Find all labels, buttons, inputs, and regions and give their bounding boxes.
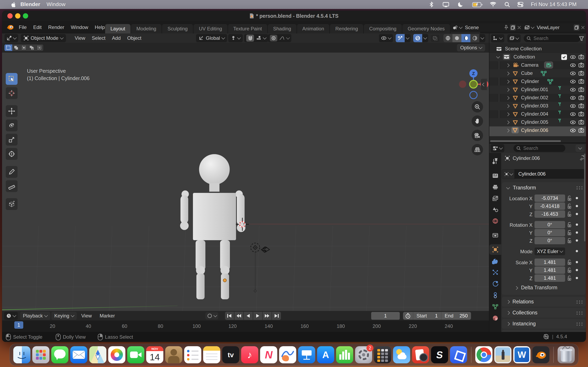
3d-viewport[interactable]: User Perspective (1) Collection | Cylind… — [2, 53, 489, 311]
select-mode-tweak[interactable] — [4, 44, 12, 51]
menubar-clock[interactable]: Fri Nov 14 5:43 PM — [531, 1, 577, 8]
disable-render-camera-icon[interactable] — [579, 54, 584, 59]
apple-menu-icon[interactable] — [11, 2, 16, 8]
dock-app-chrome[interactable] — [475, 346, 493, 363]
workspace-tab-texture-paint[interactable]: Texture Paint — [228, 24, 267, 33]
start-frame-field[interactable]: Start 1 — [413, 312, 441, 320]
shading-rendered-button[interactable] — [470, 34, 479, 42]
expand-arrow[interactable] — [506, 104, 509, 108]
play-button[interactable] — [253, 312, 262, 320]
animate-dot[interactable] — [576, 197, 578, 199]
tab-collection-icon[interactable] — [492, 232, 499, 239]
tab-object-icon[interactable] — [492, 246, 499, 253]
focus-moon-icon[interactable] — [458, 2, 463, 7]
expand-arrow[interactable] — [506, 72, 509, 75]
rotation-x-field[interactable]: 0° — [535, 221, 565, 228]
dock-app-keynote[interactable] — [298, 346, 315, 363]
proportional-edit-toggle[interactable] — [270, 35, 277, 42]
workspace-tab-compositing[interactable]: Compositing — [364, 24, 402, 33]
tool-select-box[interactable] — [6, 73, 17, 85]
tool-cursor[interactable] — [6, 87, 17, 99]
gizmos-dropdown[interactable] — [405, 34, 411, 42]
timeline-editor-type-button[interactable] — [4, 312, 18, 320]
select-mode-circle[interactable] — [20, 44, 28, 51]
visibility-dropdown[interactable] — [379, 34, 393, 42]
expand-arrow[interactable] — [506, 88, 509, 92]
dock-trash[interactable] — [558, 346, 575, 363]
menu-window[interactable]: Window — [68, 25, 91, 30]
dock-app-contacts[interactable] — [165, 346, 182, 363]
disable-render-camera-icon[interactable] — [579, 79, 584, 84]
new-scene-button[interactable] — [510, 25, 516, 31]
transform-panel-title[interactable]: Transform — [513, 185, 536, 191]
mesh-data-icon[interactable] — [547, 78, 553, 85]
lock-icon[interactable] — [566, 275, 572, 281]
lock-icon[interactable] — [566, 203, 572, 209]
dock-app-calendar[interactable]: NOV 14 — [146, 346, 163, 363]
dock-app-app-store[interactable]: A — [317, 346, 334, 363]
tool-move[interactable] — [6, 105, 17, 117]
hide-eye-icon[interactable] — [570, 104, 576, 108]
scene-selector[interactable]: Scene — [450, 23, 523, 32]
scale-y-field[interactable]: 1.481 — [535, 267, 565, 274]
tool-annotate[interactable] — [6, 166, 17, 178]
menu-select[interactable]: Select — [89, 35, 109, 41]
outliner-search-input[interactable] — [533, 35, 569, 42]
expand-arrow[interactable] — [506, 129, 509, 132]
hide-eye-icon[interactable] — [570, 112, 576, 117]
dock-app-photo-booth[interactable] — [412, 346, 429, 363]
point-light-gizmo[interactable] — [250, 242, 261, 295]
disable-render-camera-icon[interactable] — [579, 111, 584, 117]
dock-app-mail[interactable] — [70, 346, 87, 363]
lock-icon[interactable] — [566, 259, 572, 266]
playhead-current-frame[interactable]: 1 — [14, 321, 23, 329]
dock-app-finder[interactable] — [13, 346, 30, 363]
disable-render-camera-icon[interactable] — [579, 95, 584, 100]
dock-app-launchpad[interactable] — [32, 346, 49, 363]
delta-transform-header[interactable]: Delta Transform — [521, 285, 557, 291]
location-y-field[interactable]: -0.41418 — [535, 202, 565, 210]
properties-editor-type-button[interactable] — [491, 144, 504, 152]
tab-material-icon[interactable] — [492, 315, 499, 321]
dock-app-shapr3d[interactable]: S — [431, 346, 448, 363]
menubar-window-menu[interactable]: Window — [47, 1, 65, 8]
battery-icon[interactable] — [472, 2, 483, 7]
camera-gizmo[interactable] — [260, 245, 272, 255]
panel-drag-handle[interactable] — [577, 323, 578, 324]
location-x-field[interactable]: -5.0734 — [535, 194, 565, 202]
rotation-z-field[interactable]: 0° — [535, 237, 565, 244]
menu-edit[interactable]: Edit — [30, 25, 45, 30]
lock-icon[interactable] — [566, 195, 572, 201]
hide-eye-icon[interactable] — [570, 55, 576, 59]
expand-arrow[interactable] — [506, 80, 509, 83]
lock-icon[interactable] — [566, 221, 572, 228]
expand-arrow[interactable] — [506, 120, 509, 124]
timeline-marker-menu[interactable]: Marker — [100, 313, 115, 319]
rotation-mode-dropdown[interactable]: XYZ Euler — [535, 248, 565, 255]
expand-arrow[interactable] — [506, 112, 509, 116]
dock-app-preview-photo[interactable] — [494, 346, 511, 363]
tab-view-layer-icon[interactable] — [492, 195, 499, 202]
dock-app-news[interactable]: N — [260, 346, 277, 363]
scale-z-field[interactable]: 1.481 — [535, 275, 565, 282]
shading-wireframe-button[interactable] — [443, 34, 452, 42]
menu-view[interactable]: View — [71, 35, 89, 41]
workspace-tab-rendering[interactable]: Rendering — [330, 24, 363, 33]
dock-app-numbers[interactable] — [336, 346, 353, 363]
collections-panel-header[interactable]: Collections — [502, 308, 586, 318]
tool-measure[interactable] — [6, 180, 17, 192]
dock-app-reminders[interactable] — [184, 346, 201, 363]
lock-icon[interactable] — [566, 237, 572, 244]
menu-file[interactable]: File — [16, 25, 30, 30]
hide-eye-icon[interactable] — [570, 120, 576, 125]
tab-world-icon[interactable] — [492, 218, 499, 224]
shading-solid-button[interactable] — [452, 34, 461, 42]
dock-app-word[interactable]: W — [513, 346, 530, 363]
control-center-icon[interactable] — [517, 2, 523, 7]
object-name-field[interactable] — [515, 169, 585, 179]
display-icon[interactable] — [443, 2, 449, 7]
proportional-edit-controls[interactable] — [268, 34, 291, 42]
playback-menu[interactable]: Playback — [20, 312, 50, 320]
transform-orientation-dropdown[interactable]: Global — [196, 34, 227, 42]
tab-output-icon[interactable] — [492, 184, 499, 191]
